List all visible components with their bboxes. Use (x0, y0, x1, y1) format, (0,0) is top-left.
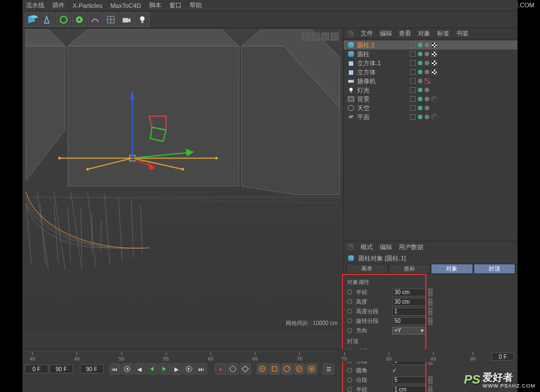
menu-pipeline[interactable]: 流水线 (26, 1, 44, 10)
subtab-coord[interactable]: 坐标 (389, 264, 431, 274)
svg-line-21 (71, 192, 82, 270)
spinner[interactable] (428, 289, 433, 296)
tick: 55 (163, 352, 169, 362)
timeline-menu-button[interactable]: ☰ (323, 363, 334, 375)
viewport-maximize-icon[interactable] (331, 33, 339, 40)
objtab-objects[interactable]: 对象 (418, 29, 430, 38)
svg-point-9 (140, 16, 145, 21)
menu-xparticles[interactable]: X-Particles (73, 2, 102, 9)
object-tree[interactable]: 圆柱.1 圆柱 立方体.1 立方体 (344, 39, 518, 123)
prev-frame-button[interactable]: ◀ (134, 363, 145, 375)
input-fillet-seg[interactable]: 5 (392, 376, 426, 384)
viewport-canvas (24, 29, 342, 332)
tree-row-sky[interactable]: 天空 (344, 103, 518, 112)
tag-phong[interactable] (431, 69, 437, 75)
subtab-caps[interactable]: 封顶 (474, 264, 516, 274)
end-frame-input[interactable]: 90 F (80, 364, 104, 373)
tree-row-cylinder[interactable]: 圆柱 (344, 49, 518, 58)
label-fillet: 圆角 (356, 367, 390, 375)
key-rot-button[interactable] (281, 363, 292, 375)
panel-grip-icon[interactable] (347, 30, 354, 37)
input-fillet-radius[interactable]: 1 cm (392, 386, 426, 393)
start-frame-input[interactable]: 0 F (25, 364, 48, 373)
tree-row-cube[interactable]: 立方体 (344, 67, 518, 76)
tool-cube[interactable] (25, 12, 39, 27)
tool-nurbs[interactable] (56, 12, 71, 27)
objects-panel-tabs: 文件 编辑 查看 对象 标签 书签 (344, 28, 518, 39)
dropdown-orientation[interactable]: +Y▾ (392, 327, 426, 335)
menu-window[interactable]: 窗口 (169, 1, 182, 10)
tick: 65 (253, 352, 258, 362)
next-frame-button[interactable]: ▶ (171, 363, 182, 375)
goto-end-button[interactable]: ⏭ (196, 363, 207, 375)
menu-script[interactable]: 脚本 (149, 1, 161, 10)
play-back-button[interactable] (146, 363, 158, 375)
tag-material[interactable] (431, 114, 438, 120)
keyframe-sel-button[interactable] (240, 363, 251, 375)
attrtab-userdata[interactable]: 用户数据 (399, 243, 424, 251)
objtab-view[interactable]: 查看 (399, 29, 411, 38)
attrtab-mode[interactable]: 模式 (361, 243, 373, 251)
svg-point-52 (348, 46, 354, 48)
key-pla-button[interactable] (306, 363, 317, 375)
svg-line-23 (105, 193, 110, 265)
tool-generator[interactable] (72, 12, 87, 27)
svg-point-60 (349, 88, 353, 91)
tool-pen[interactable] (40, 12, 55, 27)
menu-maxtoc4d[interactable]: MaxToC4D (110, 2, 141, 9)
tree-row-camera[interactable]: 摄像机 (344, 76, 518, 85)
timeline-end-field[interactable]: 0 F (492, 353, 514, 361)
subtab-basic[interactable]: 基本 (346, 264, 388, 274)
input-radius[interactable]: 30 cm (392, 289, 426, 296)
checkbox-fillet[interactable]: ✓ (392, 367, 397, 373)
layer-toggle[interactable] (410, 42, 416, 48)
tag-phong[interactable] (431, 51, 437, 57)
svg-rect-62 (348, 97, 354, 101)
input-height-seg[interactable]: 1 (392, 308, 426, 316)
panel-grip-icon[interactable] (347, 244, 354, 250)
viewport-zoom-icon[interactable] (312, 33, 320, 40)
timeline-ruler[interactable]: 40 45 50 55 60 65 70 75 80 85 90 0 F (22, 349, 518, 362)
objtab-file[interactable]: 文件 (361, 29, 373, 38)
tag-phong[interactable] (431, 42, 437, 48)
key-param-button[interactable]: P (294, 363, 305, 375)
key-pos-button[interactable] (256, 363, 268, 375)
tag-protection[interactable] (425, 78, 430, 84)
tree-row-plane[interactable]: 平面 (344, 112, 518, 121)
svg-line-22 (88, 192, 96, 268)
vis-editor-toggle[interactable] (418, 43, 422, 47)
objtab-bookmarks[interactable]: 书签 (456, 29, 469, 38)
vis-render-toggle[interactable] (425, 43, 429, 47)
viewport-pan-icon[interactable] (302, 33, 310, 40)
viewport-rotate-icon[interactable] (321, 33, 329, 40)
objtab-edit[interactable]: 编辑 (380, 29, 392, 38)
play-button[interactable] (159, 363, 170, 375)
objtab-tags[interactable]: 标签 (437, 29, 449, 38)
current-frame-input[interactable]: 90 F (50, 364, 73, 373)
menu-help[interactable]: 帮助 (190, 1, 202, 10)
tool-camera[interactable] (119, 12, 134, 27)
next-key-button[interactable] (183, 363, 195, 375)
input-rot-seg[interactable]: 50 (392, 317, 426, 325)
input-height[interactable]: 30 cm (392, 298, 426, 306)
tree-row-cylinder1[interactable]: 圆柱.1 (344, 40, 518, 49)
record-button[interactable]: ● (215, 363, 226, 375)
tick: 40 (30, 352, 35, 362)
tool-deformer[interactable] (88, 12, 102, 27)
tag-phong[interactable] (431, 60, 437, 66)
goto-start-button[interactable]: ⏮ (109, 363, 120, 375)
tree-row-background[interactable]: 背景 (344, 94, 518, 103)
tool-light[interactable] (135, 12, 150, 27)
subtab-object[interactable]: 对象 (431, 264, 473, 274)
viewport[interactable]: 网格间距 : 10000 cm (24, 29, 342, 332)
svg-marker-11 (26, 46, 65, 181)
tag-material[interactable] (431, 96, 438, 102)
tool-environment[interactable] (104, 12, 118, 27)
menu-plugins[interactable]: 插件 (52, 1, 65, 10)
prev-key-button[interactable] (122, 363, 133, 375)
key-scale-button[interactable] (269, 363, 280, 375)
tree-row-cube1[interactable]: 立方体.1 (344, 58, 518, 67)
attrtab-edit[interactable]: 编辑 (380, 243, 392, 251)
tree-row-light[interactable]: 灯光 (344, 85, 518, 94)
autokey-button[interactable] (227, 363, 238, 375)
